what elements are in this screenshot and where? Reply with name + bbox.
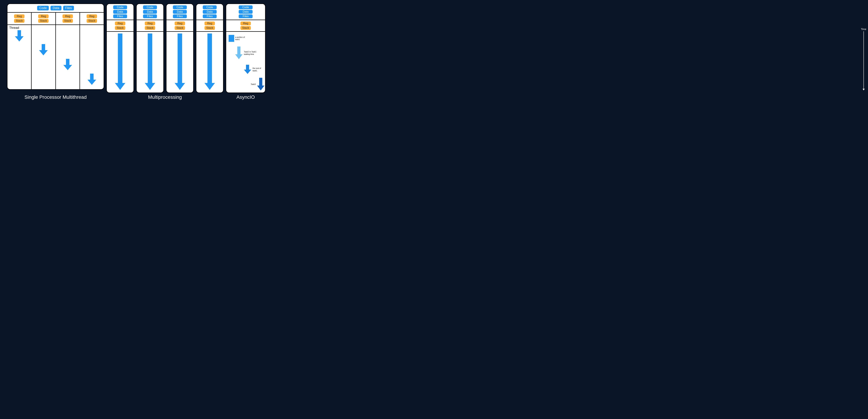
diagram-canvas: Code Data Files Reg Stack Thread Reg [7,3,861,93]
tag-stack: Stack [145,26,155,30]
reg-stack: Reg Stack [107,20,133,32]
process-arrow-icon [174,33,186,91]
thread-body [80,25,104,89]
tag-code: Code [173,5,187,9]
tag-reg: Reg [145,22,155,25]
reg-stack: Reg Stack [80,13,104,25]
tag-reg: Reg [87,14,97,18]
tag-data: Data [173,10,187,14]
time-arrow-icon [864,31,864,90]
time-axis: Time [861,28,866,90]
tag-stack: Stack [241,26,251,30]
thread-arrow-icon [14,30,25,42]
process-body [166,32,193,93]
reg-stack: Reg Stack [166,20,193,32]
async-item-2: Task2 in Task1 waiting time [235,46,256,60]
async-label: Task3 [249,83,256,86]
reg-stack: Reg Stack [32,13,55,25]
thread-arrow-icon [62,59,73,71]
tag-reg: Reg [205,22,215,25]
block-icon [229,35,234,42]
async-label: the rest of task1 [253,67,265,72]
tag-stack: Stack [62,19,73,23]
process-header: Code Data Files [166,4,193,20]
asyncio-header: Code Data Files [226,4,265,20]
caption-multiprocessing: Multiprocessing [106,94,224,100]
reg-stack: Reg Stack [226,20,265,32]
tag-stack: Stack [175,26,185,30]
process-arrow-icon [144,33,156,91]
tag-stack: Stack [115,26,125,30]
tag-stack: Stack [87,19,97,23]
tag-files: Files [203,14,217,18]
multithread-shared-header: Code Data Files [7,4,104,13]
async-item-4: Task3 [249,78,265,91]
reg-stack: Reg Stack [56,13,80,25]
tag-files: Files [113,14,127,18]
thread-arrow-icon [87,73,97,86]
async-item-3: the rest of task1 [244,65,265,74]
process-header: Code Data Files [196,4,223,20]
arrow-icon [257,78,265,91]
process-arrow-icon [114,33,126,91]
panel-process-2: Code Data Files Reg Stack [136,3,164,93]
tag-data: Data [113,10,127,14]
async-label: Task2 in Task1 waiting time [244,51,256,55]
thread-col-4: Reg Stack [80,13,104,89]
tag-code: Code [239,5,253,9]
tag-stack: Stack [38,19,49,23]
tag-code: Code [143,5,157,9]
tag-code: Code [113,5,127,9]
tag-stack: Stack [14,19,25,23]
tag-files: Files [173,14,187,18]
async-item-1: a portion of task1 [229,35,248,42]
panel-multithread: Code Data Files Reg Stack Thread Reg [7,3,104,90]
tag-files: Files [143,14,157,18]
svg-rect-0 [229,35,234,42]
tag-code: Code [203,5,217,9]
process-arrow-icon [204,33,216,91]
process-header: Code Data Files [107,4,133,20]
thread-body [56,25,80,89]
panel-process-1: Code Data Files Reg Stack [106,3,134,93]
tag-reg: Reg [241,22,251,25]
tag-code: Code [37,6,49,10]
process-body [196,32,223,93]
time-label: Time [861,28,866,31]
thread-label: Thread [9,26,19,30]
tag-data: Data [239,10,253,14]
caption-multithread: Single Processor Multithread [7,94,104,100]
tag-data: Data [203,10,217,14]
panel-process-3: Code Data Files Reg Stack [166,3,194,93]
tag-stack: Stack [205,26,215,30]
process-body [136,32,163,93]
tag-files: Files [63,6,74,10]
panel-asyncio: Code Data Files Reg Stack a portion of t… [226,3,266,93]
caption-asyncio: AsyncIO [226,94,266,100]
tag-data: Data [51,6,61,10]
tag-reg: Reg [115,22,125,25]
thread-col-2: Reg Stack [32,13,56,89]
asyncio-body: a portion of task1 Task2 in Task1 waitin… [226,32,265,93]
tag-files: Files [239,14,253,18]
thread-col-1: Reg Stack Thread [7,13,32,89]
arrow-icon [235,46,243,60]
reg-stack: Reg Stack [196,20,223,32]
process-header: Code Data Files [136,4,163,20]
thread-columns: Reg Stack Thread Reg Stack [7,13,104,89]
async-label: a portion of task1 [235,36,248,41]
tag-reg: Reg [14,14,25,18]
tag-reg: Reg [175,22,185,25]
reg-stack: Reg Stack [136,20,163,32]
thread-col-3: Reg Stack [56,13,80,89]
tag-reg: Reg [62,14,73,18]
captions-row: Single Processor Multithread Multiproces… [7,94,861,100]
thread-body: Thread [7,25,31,89]
tag-reg: Reg [38,14,49,18]
tag-data: Data [143,10,157,14]
process-body [107,32,133,93]
thread-arrow-icon [38,44,49,56]
reg-stack: Reg Stack [7,13,31,25]
arrow-icon [244,65,252,74]
thread-body [32,25,55,89]
